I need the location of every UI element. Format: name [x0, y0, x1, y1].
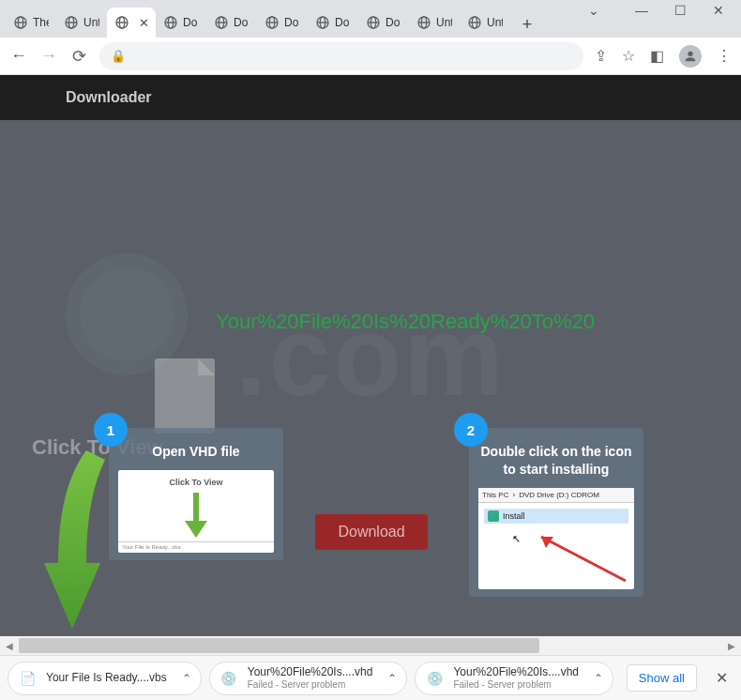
new-tab-button[interactable]: + [514, 11, 540, 38]
tab-5[interactable]: Do [257, 8, 308, 38]
step-badge-2: 2 [454, 413, 488, 447]
disk-icon: 💿 [425, 669, 444, 688]
download-item-0[interactable]: 📄 Your File Is Ready....vbs ⌃ [8, 662, 202, 695]
globe-icon [163, 15, 178, 30]
download-status: Failed - Server problem [453, 679, 579, 691]
disk-icon: 💿 [219, 669, 238, 688]
tab-8[interactable]: Unt [409, 8, 460, 38]
menu-icon[interactable]: ⋮ [717, 47, 732, 65]
chevron-up-icon[interactable]: ⌃ [182, 672, 191, 685]
download-name: Your%20File%20Is....vhd [453, 666, 579, 679]
globe-icon [416, 15, 431, 30]
tab-1[interactable]: Unt [56, 8, 107, 38]
path-sep: › [512, 491, 515, 499]
toolbar-right: ⇪ ☆ ◧ ⋮ [595, 45, 732, 68]
scroll-left-icon[interactable]: ◀ [0, 641, 19, 651]
minimize-button[interactable]: — [635, 3, 648, 18]
step-thumbnail-2: This PC › DVD Drive (D:) CDROM Install ↖ [478, 488, 634, 589]
person-icon [683, 49, 698, 64]
step-card-2: 2 Double click on the icon to start inst… [469, 428, 643, 597]
path-thispc: This PC [482, 491, 508, 499]
download-button-label: Download [338, 524, 404, 540]
file-icon: 📄 [18, 669, 37, 688]
watermark-logo [66, 253, 188, 375]
download-item-2[interactable]: 💿 Your%20File%20Is....vhd Failed - Serve… [415, 662, 613, 695]
download-status: Failed - Server problem [248, 679, 373, 691]
globe-icon [265, 15, 280, 30]
chevron-up-icon[interactable]: ⌃ [387, 672, 397, 685]
download-name: Your%20File%20Is....vhd [248, 666, 373, 679]
tab-title: Do [234, 16, 248, 29]
download-name: Your File Is Ready....vbs [46, 672, 167, 685]
globe-icon [64, 15, 79, 30]
tab-title: Do [183, 16, 197, 29]
profile-avatar[interactable] [679, 45, 702, 68]
back-button[interactable]: ← [9, 46, 28, 66]
tab-9[interactable]: Unt [460, 8, 510, 38]
lock-icon: 🔒 [111, 49, 126, 63]
svg-line-31 [541, 537, 626, 581]
scroll-track[interactable] [19, 638, 722, 653]
chevron-up-icon[interactable]: ⌃ [594, 672, 603, 685]
shelf-close-icon[interactable]: ✕ [710, 669, 733, 687]
tab-7[interactable]: Do [358, 8, 409, 38]
step-number: 1 [107, 422, 114, 438]
tab-3[interactable]: Do [156, 8, 206, 38]
svg-point-30 [688, 51, 692, 55]
scroll-right-icon[interactable]: ▶ [722, 641, 741, 651]
globe-icon [315, 15, 330, 30]
tab-title: Do [386, 16, 400, 29]
step-title-2: Double click on the icon to start instal… [469, 428, 643, 488]
tab-title: Do [335, 16, 349, 29]
path-drive: DVD Drive (D:) CDROM [519, 491, 599, 499]
show-all-button[interactable]: Show all [627, 664, 697, 692]
step-thumbnail-1: Click To View Your File Is Ready...vbs [118, 470, 274, 553]
tab-title: Unt [83, 16, 99, 29]
globe-icon [366, 15, 381, 30]
tab-title: Unt [436, 16, 452, 29]
step-badge-1: 1 [94, 413, 128, 447]
chevron-down-icon[interactable]: ⌄ [588, 3, 599, 18]
share-icon[interactable]: ⇪ [595, 47, 607, 65]
close-button[interactable]: ✕ [713, 3, 724, 18]
side-panel-icon[interactable]: ◧ [650, 47, 664, 65]
download-item-1[interactable]: 💿 Your%20File%20Is....vhd Failed - Serve… [209, 662, 408, 695]
globe-icon [13, 15, 28, 30]
page-content: Downloader .com Your%20File%20Is%20Ready… [0, 75, 741, 636]
window-controls: ⌄ — ☐ ✕ [572, 0, 741, 21]
tab-6[interactable]: Do [308, 8, 358, 38]
tab-4[interactable]: Do [206, 8, 257, 38]
page-brand-header: Downloader [0, 75, 741, 120]
red-arrow-icon [527, 529, 630, 586]
headline-text: Your%20File%20Is%20Ready%20To%20 [216, 310, 741, 334]
maximize-button[interactable]: ☐ [674, 3, 687, 18]
tab-close-icon[interactable]: ✕ [139, 16, 149, 30]
explorer-path: This PC › DVD Drive (D:) CDROM [478, 488, 634, 503]
install-row: Install [484, 509, 628, 524]
reload-button[interactable]: ⟳ [69, 46, 88, 67]
tab-title: The [33, 16, 49, 29]
thumb-click-label: Click To View [118, 478, 274, 487]
document-icon [155, 358, 215, 434]
download-button[interactable]: Download [315, 514, 428, 550]
globe-icon [114, 15, 129, 30]
mini-arrow-icon [182, 493, 210, 540]
step-number: 2 [467, 422, 475, 438]
horizontal-scrollbar[interactable]: ◀ ▶ [0, 636, 741, 655]
download-arrow-icon [39, 450, 114, 636]
tab-title: Unt [487, 16, 503, 29]
show-all-label: Show all [639, 671, 685, 685]
step-title-1: Open VHD file [109, 428, 283, 470]
globe-icon [467, 15, 482, 30]
address-bar[interactable]: 🔒 [99, 42, 583, 70]
tab-2-active[interactable]: ✕ [107, 8, 156, 38]
install-icon [488, 510, 499, 522]
forward-button[interactable]: → [39, 46, 58, 66]
tab-0[interactable]: The [6, 8, 56, 38]
scroll-thumb[interactable] [19, 638, 539, 653]
bookmark-icon[interactable]: ☆ [622, 47, 635, 65]
brand-label: Downloader [66, 89, 152, 106]
install-label: Install [503, 511, 525, 521]
globe-icon [214, 15, 229, 30]
thumb-footer: Your File Is Ready...vbs [118, 541, 274, 553]
